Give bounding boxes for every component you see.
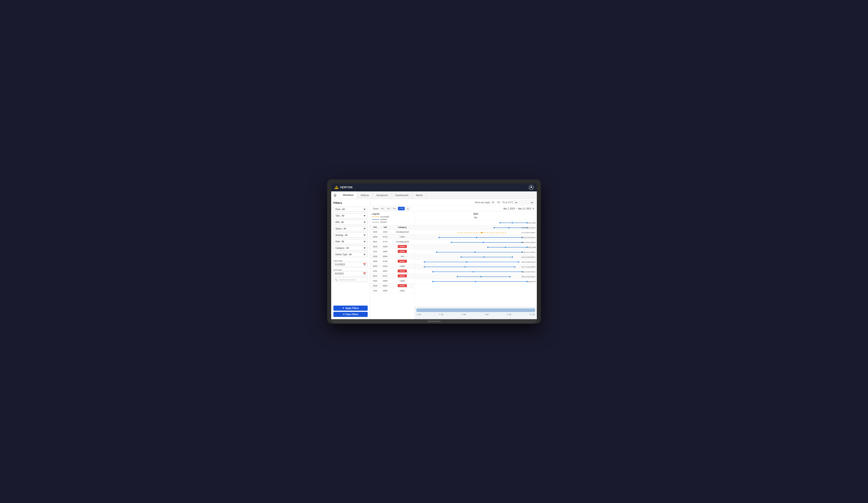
table-row[interactable]: 3831 6714 Uncategorized [370, 239, 414, 244]
filter-icon: ▼ [342, 307, 344, 309]
line-mid-dot [483, 256, 485, 258]
pagination-prev[interactable]: ‹ [519, 200, 524, 204]
clear-filters-button[interactable]: ↺ Clear Filters [333, 312, 368, 317]
items-per-page-label: Items per page: [475, 201, 490, 204]
badge-active: Active [398, 260, 407, 263]
home-tab[interactable] [331, 192, 339, 199]
chart-row: 6714-0336 RAM 1 [415, 225, 537, 230]
table-row[interactable]: 2828 8138 Active [370, 259, 414, 264]
ata-filter[interactable]: ATA - All [333, 220, 368, 225]
category-label: Cabin [400, 280, 405, 282]
line-start-dot [432, 281, 434, 282]
chart-header: Zoom 1m 3m 6m YTD 1y Apr 1, 2023 → Apr 1… [370, 206, 537, 212]
category-label: Uncategorized [396, 240, 409, 243]
tab-defects[interactable]: Defects [357, 192, 373, 199]
scroll-date-label: 1. Apr [416, 314, 421, 315]
end-date-input[interactable]: 6/2/2023 📅 [333, 271, 368, 276]
table-row[interactable]: 3623 3028 Active [370, 244, 414, 249]
table-row[interactable]: 5252 3838 Cabin [370, 278, 414, 283]
pagination-last[interactable]: ⏭ [530, 200, 534, 204]
td-tail: 8137 [380, 275, 390, 277]
data-row-area: Legend: Unverified Verified [370, 212, 537, 319]
status-filter[interactable]: Status - All [333, 226, 368, 231]
line-mid-dot [481, 232, 483, 233]
scroll-date-label: 7. Apr [484, 314, 489, 315]
keyword-search[interactable]: 🔍 Search by Keyword... [333, 278, 368, 282]
chart-year-label: 2023 [473, 213, 478, 215]
tab-admin[interactable]: Admin [412, 192, 426, 199]
td-ata: 3831 [370, 240, 380, 243]
category-filter[interactable]: Category - All [333, 246, 368, 250]
scroll-track[interactable] [416, 308, 535, 312]
pagination-next[interactable]: › [525, 200, 529, 204]
right-chart: 2023 Apr 3354-0650 6714-0336 RAM 1 6714-… [415, 212, 537, 319]
chart-scroll-area: 1. Apr3. Apr5. Apr7. Apr9. Apr11. Apr [415, 307, 537, 319]
category-label: False [400, 289, 405, 292]
td-tail: 0668 [380, 250, 390, 253]
start-date-label: Start Date [333, 260, 368, 262]
table-row[interactable]: 3834 6714 Cabin [370, 234, 414, 239]
td-tail: 9554 [380, 255, 390, 257]
td-category: Uncategorized [390, 240, 414, 243]
search-placeholder: Search by Keyword... [338, 279, 358, 281]
tab-dashboards[interactable]: Dashboards [392, 192, 412, 199]
td-tail: 6714 [380, 236, 390, 238]
td-category: False [390, 289, 414, 292]
zoom-6m[interactable]: 6m [392, 207, 397, 210]
line-end-dot [512, 256, 513, 258]
calendar-icon-end: 📅 [363, 272, 366, 275]
table-row[interactable]: 5230 3354 Uncategorized [370, 229, 414, 234]
td-ata: 2828 [370, 260, 380, 263]
start-date-input[interactable]: 5/12/2023 📅 [333, 262, 368, 267]
scroll-thumb[interactable] [416, 308, 535, 312]
tab-symptoms[interactable]: Symptoms [373, 192, 392, 199]
chart-row: 6823-0358 RAM 3 [415, 259, 537, 264]
apply-filters-button[interactable]: ▼ Apply Filters [333, 306, 368, 311]
chart-row: 9500-0275 [415, 279, 537, 284]
risk-filter[interactable]: Risk - All [333, 239, 368, 244]
chart-label: 9553-0263 RAM 1 [521, 276, 536, 278]
table-row[interactable]: 2525 9553 Active [370, 283, 414, 288]
zoom-1y[interactable]: 1y [405, 207, 410, 210]
td-tail: 3354 [380, 231, 390, 233]
td-category: Cabin [390, 265, 414, 267]
chart-menu-icon[interactable]: ≡ [533, 207, 534, 210]
tab-chronics[interactable]: Chronics [339, 192, 357, 199]
chart-rows-area: 3354-0650 6714-0336 RAM 1 6714-0337 RAM … [415, 220, 537, 307]
chart-row: 0668-0334 RAM 3 [415, 240, 537, 245]
scroll-date-label: 3. Apr [439, 314, 444, 315]
user-avatar[interactable] [529, 185, 534, 190]
defect-type-filter[interactable]: Defect Type - All [333, 252, 368, 257]
svg-marker-1 [335, 187, 338, 189]
scroll-date-labels: 1. Apr3. Apr5. Apr7. Apr9. Apr11. Apr [415, 314, 537, 318]
zoom-1m[interactable]: 1m [380, 207, 385, 210]
zoom-3m[interactable]: 3m [386, 207, 391, 210]
chart-timeline-header: 2023 Apr [415, 212, 537, 220]
table-row[interactable]: 3151 6823 Active [370, 269, 414, 274]
td-ata: 3623 [370, 246, 380, 248]
chart-row: 3354-0650 [415, 220, 537, 225]
timeline-line [437, 252, 522, 253]
sidebar: Filters Fleet - All Tails - All ATA - Al… [331, 199, 370, 319]
pagination-first[interactable]: ⏮ [514, 200, 518, 204]
table-row[interactable]: 2411 0668 Active [370, 249, 414, 254]
line-mid-dot [508, 227, 510, 228]
line-start-dot [487, 247, 488, 248]
line-mid-dot [475, 281, 476, 282]
table-row[interactable]: 5252 3013 Cabin [370, 264, 414, 269]
veryon-logo-icon [334, 185, 339, 189]
tails-filter[interactable]: Tails - All [333, 213, 368, 218]
table-row[interactable]: 3332 9554 Kid [370, 254, 414, 259]
table-row[interactable]: 2151 9500 False [370, 288, 414, 293]
items-per-page-value: 25 [492, 201, 494, 204]
line-end-dot [509, 276, 510, 277]
zoom-ytd[interactable]: YTD [398, 207, 405, 210]
timeline-line [461, 257, 513, 257]
timeline-line [433, 281, 527, 282]
timeline-line [488, 247, 527, 247]
table-row[interactable]: 3011 8137 Active [370, 274, 414, 278]
fleet-filter[interactable]: Fleet - All [333, 207, 368, 212]
timeline-line [439, 237, 522, 238]
td-tail: 6823 [380, 270, 390, 272]
autotag-filter[interactable]: Autotag - All [333, 233, 368, 238]
